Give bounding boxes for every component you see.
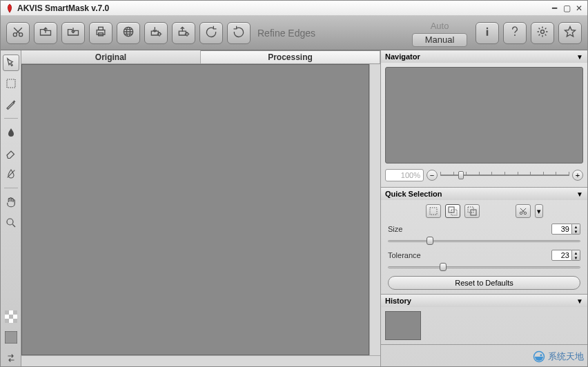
favorite-button[interactable] <box>558 22 582 44</box>
svg-rect-3 <box>99 27 104 30</box>
vertical-scrollbar[interactable] <box>369 64 380 355</box>
size-input[interactable] <box>551 224 572 235</box>
tolerance-label: Tolerance <box>388 251 421 259</box>
info-button[interactable] <box>476 22 499 44</box>
tolerance-slider-thumb[interactable] <box>440 263 447 271</box>
size-label: Size <box>388 225 402 233</box>
svg-rect-10 <box>487 30 489 36</box>
reset-defaults-button[interactable]: Reset to Defaults <box>388 276 580 290</box>
drop-tool[interactable] <box>3 124 19 141</box>
tab-original[interactable]: Original <box>21 50 201 63</box>
import-settings-button[interactable] <box>144 22 168 44</box>
subtract-selection-button[interactable] <box>464 204 480 218</box>
quick-select-tool[interactable] <box>3 54 19 71</box>
svg-rect-20 <box>13 319 17 323</box>
svg-rect-13 <box>7 79 15 88</box>
help-button[interactable] <box>503 22 527 44</box>
scissors-button[interactable] <box>6 22 30 44</box>
canvas-tabs: Original Processing <box>21 50 380 64</box>
info-icon <box>480 25 494 41</box>
tab-processing[interactable]: Processing <box>201 50 380 63</box>
size-down[interactable]: ▼ <box>572 229 580 234</box>
separator <box>4 118 18 119</box>
history-thumbnail[interactable] <box>385 311 421 340</box>
navigator-preview[interactable] <box>385 67 583 163</box>
svg-point-12 <box>541 30 545 34</box>
add-selection-button[interactable] <box>445 204 460 218</box>
titlebar: AKVIS SmartMask v.7.0 ━ ▢ ✕ <box>1 1 587 16</box>
svg-rect-2 <box>97 30 105 35</box>
chevron-down-icon: ▼ <box>576 297 583 305</box>
svg-rect-18 <box>9 315 13 319</box>
eraser-tool[interactable] <box>3 145 19 161</box>
close-button[interactable]: ✕ <box>574 3 585 13</box>
history-panel: History ▼ <box>381 295 587 345</box>
right-panel: Navigator ▼ 100% − + <box>380 50 587 366</box>
scissors-icon <box>11 25 25 41</box>
tolerance-down[interactable]: ▼ <box>572 255 580 260</box>
refine-edges-label[interactable]: Refine Edges <box>257 28 315 39</box>
redo-button[interactable] <box>227 22 251 44</box>
horizontal-scrollbar[interactable] <box>21 355 380 366</box>
quick-selection-header[interactable]: Quick Selection ▼ <box>381 188 587 200</box>
settings-button[interactable] <box>531 22 554 44</box>
svg-rect-17 <box>13 310 17 315</box>
zoom-tool[interactable] <box>3 215 19 231</box>
desaturate-tool[interactable] <box>3 166 19 182</box>
zoom-out-button[interactable]: − <box>427 170 438 181</box>
svg-point-11 <box>514 34 516 36</box>
quick-selection-title: Quick Selection <box>385 190 442 198</box>
tolerance-spinner: ▲▼ <box>551 250 580 261</box>
tolerance-up[interactable]: ▲ <box>572 250 580 255</box>
save-button[interactable] <box>61 22 85 44</box>
zoom-input[interactable]: 100% <box>385 169 424 181</box>
history-header[interactable]: History ▼ <box>381 295 587 307</box>
app-title: AKVIS SmartMask v.7.0 <box>17 3 109 13</box>
gear-icon <box>536 25 549 41</box>
new-selection-button[interactable] <box>426 204 441 218</box>
swap-colors-button[interactable] <box>3 350 19 366</box>
checker-bg-button[interactable] <box>3 308 19 325</box>
navigator-panel: Navigator ▼ 100% − + <box>381 50 587 188</box>
cut-selection-dropdown[interactable]: ▾ <box>535 204 543 218</box>
mode-manual-button[interactable]: Manual <box>412 33 467 47</box>
undo-button[interactable] <box>199 22 223 44</box>
minimize-button[interactable]: ━ <box>549 3 560 13</box>
zoom-slider[interactable] <box>440 173 569 177</box>
size-up[interactable]: ▲ <box>572 224 580 229</box>
navigator-title: Navigator <box>385 52 420 61</box>
solid-bg-button[interactable] <box>3 329 19 346</box>
size-slider-thumb[interactable] <box>427 237 433 245</box>
hand-tool[interactable] <box>3 194 19 210</box>
help-icon <box>508 25 522 41</box>
tolerance-slider[interactable] <box>388 262 580 272</box>
size-spinner: ▲▼ <box>551 224 580 235</box>
svg-point-7 <box>158 33 161 36</box>
svg-rect-19 <box>5 319 9 323</box>
web-button[interactable] <box>117 22 140 44</box>
navigator-header[interactable]: Navigator ▼ <box>381 50 587 63</box>
svg-rect-21 <box>5 331 17 344</box>
app-logo-icon <box>5 3 14 13</box>
cut-selection-button[interactable] <box>516 204 531 218</box>
canvas[interactable] <box>21 64 369 355</box>
zoom-in-button[interactable]: + <box>572 170 583 181</box>
quick-selection-panel: Quick Selection ▼ ▾ Size <box>381 188 587 295</box>
chevron-down-icon: ▼ <box>576 190 583 198</box>
center-area: Original Processing <box>21 50 380 366</box>
export-settings-button[interactable] <box>172 22 195 44</box>
svg-point-8 <box>186 33 188 36</box>
tolerance-input[interactable] <box>551 250 572 261</box>
selection-tool[interactable] <box>3 75 19 92</box>
svg-point-9 <box>487 28 489 30</box>
mode-auto-button[interactable]: Auto <box>412 19 467 33</box>
redo-icon <box>232 25 246 41</box>
maximize-button[interactable]: ▢ <box>561 3 572 13</box>
print-button[interactable] <box>89 22 112 44</box>
magic-brush-tool[interactable] <box>3 96 19 112</box>
left-toolbox <box>1 50 21 366</box>
size-slider[interactable] <box>388 236 580 246</box>
open-button[interactable] <box>34 22 57 44</box>
svg-rect-16 <box>5 310 9 315</box>
zoom-slider-thumb[interactable] <box>458 171 464 179</box>
